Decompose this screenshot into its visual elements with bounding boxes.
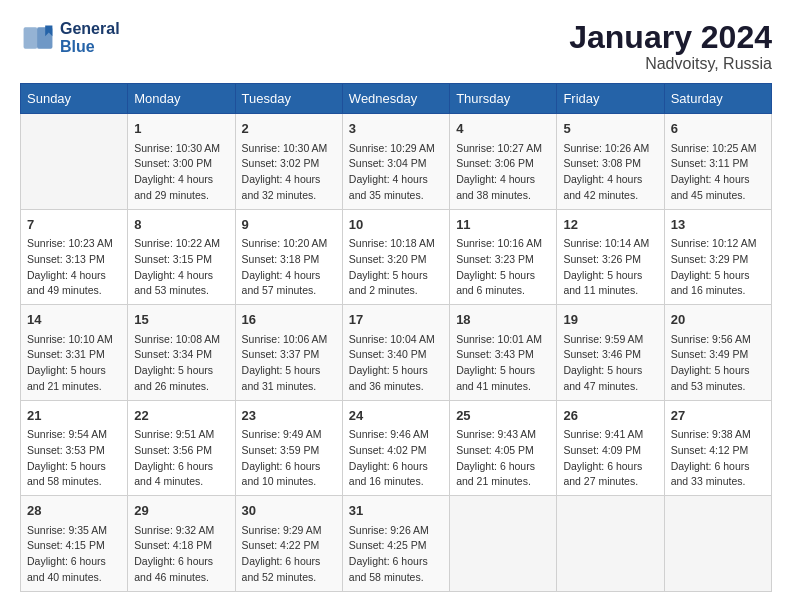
week-row-5: 28Sunrise: 9:35 AMSunset: 4:15 PMDayligh… — [21, 496, 772, 592]
day-info: Sunrise: 10:12 AMSunset: 3:29 PMDaylight… — [671, 236, 765, 299]
calendar-cell: 5Sunrise: 10:26 AMSunset: 3:08 PMDayligh… — [557, 114, 664, 210]
title-block: January 2024 Nadvoitsy, Russia — [569, 20, 772, 73]
calendar-cell: 22Sunrise: 9:51 AMSunset: 3:56 PMDayligh… — [128, 400, 235, 496]
day-number: 17 — [349, 310, 443, 330]
col-monday: Monday — [128, 84, 235, 114]
calendar-cell — [450, 496, 557, 592]
day-info: Sunrise: 9:32 AMSunset: 4:18 PMDaylight:… — [134, 523, 228, 586]
day-info: Sunrise: 9:38 AMSunset: 4:12 PMDaylight:… — [671, 427, 765, 490]
calendar-cell: 9Sunrise: 10:20 AMSunset: 3:18 PMDayligh… — [235, 209, 342, 305]
calendar-cell: 28Sunrise: 9:35 AMSunset: 4:15 PMDayligh… — [21, 496, 128, 592]
day-number: 10 — [349, 215, 443, 235]
day-number: 9 — [242, 215, 336, 235]
day-info: Sunrise: 10:20 AMSunset: 3:18 PMDaylight… — [242, 236, 336, 299]
week-row-1: 1Sunrise: 10:30 AMSunset: 3:00 PMDayligh… — [21, 114, 772, 210]
day-number: 11 — [456, 215, 550, 235]
day-info: Sunrise: 10:06 AMSunset: 3:37 PMDaylight… — [242, 332, 336, 395]
day-number: 16 — [242, 310, 336, 330]
day-info: Sunrise: 10:22 AMSunset: 3:15 PMDaylight… — [134, 236, 228, 299]
location: Nadvoitsy, Russia — [569, 55, 772, 73]
logo-icon — [20, 20, 56, 56]
day-number: 19 — [563, 310, 657, 330]
day-info: Sunrise: 10:14 AMSunset: 3:26 PMDaylight… — [563, 236, 657, 299]
calendar-cell: 7Sunrise: 10:23 AMSunset: 3:13 PMDayligh… — [21, 209, 128, 305]
day-number: 26 — [563, 406, 657, 426]
day-number: 18 — [456, 310, 550, 330]
calendar-cell: 24Sunrise: 9:46 AMSunset: 4:02 PMDayligh… — [342, 400, 449, 496]
day-number: 4 — [456, 119, 550, 139]
day-number: 8 — [134, 215, 228, 235]
calendar-cell: 25Sunrise: 9:43 AMSunset: 4:05 PMDayligh… — [450, 400, 557, 496]
day-info: Sunrise: 10:08 AMSunset: 3:34 PMDaylight… — [134, 332, 228, 395]
day-number: 29 — [134, 501, 228, 521]
col-thursday: Thursday — [450, 84, 557, 114]
calendar-cell: 27Sunrise: 9:38 AMSunset: 4:12 PMDayligh… — [664, 400, 771, 496]
day-info: Sunrise: 9:56 AMSunset: 3:49 PMDaylight:… — [671, 332, 765, 395]
day-number: 24 — [349, 406, 443, 426]
calendar-cell: 20Sunrise: 9:56 AMSunset: 3:49 PMDayligh… — [664, 305, 771, 401]
week-row-3: 14Sunrise: 10:10 AMSunset: 3:31 PMDaylig… — [21, 305, 772, 401]
day-info: Sunrise: 10:16 AMSunset: 3:23 PMDaylight… — [456, 236, 550, 299]
day-number: 25 — [456, 406, 550, 426]
day-info: Sunrise: 10:29 AMSunset: 3:04 PMDaylight… — [349, 141, 443, 204]
day-info: Sunrise: 10:04 AMSunset: 3:40 PMDaylight… — [349, 332, 443, 395]
calendar-cell: 13Sunrise: 10:12 AMSunset: 3:29 PMDaylig… — [664, 209, 771, 305]
day-info: Sunrise: 9:49 AMSunset: 3:59 PMDaylight:… — [242, 427, 336, 490]
calendar-table: Sunday Monday Tuesday Wednesday Thursday… — [20, 83, 772, 592]
day-number: 3 — [349, 119, 443, 139]
page-header: General Blue January 2024 Nadvoitsy, Rus… — [20, 20, 772, 73]
day-number: 23 — [242, 406, 336, 426]
day-number: 2 — [242, 119, 336, 139]
calendar-cell: 21Sunrise: 9:54 AMSunset: 3:53 PMDayligh… — [21, 400, 128, 496]
day-info: Sunrise: 9:51 AMSunset: 3:56 PMDaylight:… — [134, 427, 228, 490]
day-number: 5 — [563, 119, 657, 139]
day-info: Sunrise: 10:18 AMSunset: 3:20 PMDaylight… — [349, 236, 443, 299]
col-tuesday: Tuesday — [235, 84, 342, 114]
day-info: Sunrise: 9:41 AMSunset: 4:09 PMDaylight:… — [563, 427, 657, 490]
logo-text: General Blue — [60, 20, 120, 56]
calendar-cell: 11Sunrise: 10:16 AMSunset: 3:23 PMDaylig… — [450, 209, 557, 305]
calendar-cell: 3Sunrise: 10:29 AMSunset: 3:04 PMDayligh… — [342, 114, 449, 210]
calendar-cell: 18Sunrise: 10:01 AMSunset: 3:43 PMDaylig… — [450, 305, 557, 401]
day-info: Sunrise: 9:26 AMSunset: 4:25 PMDaylight:… — [349, 523, 443, 586]
day-info: Sunrise: 9:54 AMSunset: 3:53 PMDaylight:… — [27, 427, 121, 490]
day-number: 6 — [671, 119, 765, 139]
day-info: Sunrise: 10:25 AMSunset: 3:11 PMDaylight… — [671, 141, 765, 204]
day-info: Sunrise: 9:59 AMSunset: 3:46 PMDaylight:… — [563, 332, 657, 395]
calendar-cell: 26Sunrise: 9:41 AMSunset: 4:09 PMDayligh… — [557, 400, 664, 496]
col-friday: Friday — [557, 84, 664, 114]
day-number: 12 — [563, 215, 657, 235]
day-info: Sunrise: 9:46 AMSunset: 4:02 PMDaylight:… — [349, 427, 443, 490]
calendar-cell: 16Sunrise: 10:06 AMSunset: 3:37 PMDaylig… — [235, 305, 342, 401]
day-info: Sunrise: 10:26 AMSunset: 3:08 PMDaylight… — [563, 141, 657, 204]
calendar-cell: 14Sunrise: 10:10 AMSunset: 3:31 PMDaylig… — [21, 305, 128, 401]
day-number: 1 — [134, 119, 228, 139]
calendar-cell: 17Sunrise: 10:04 AMSunset: 3:40 PMDaylig… — [342, 305, 449, 401]
day-number: 21 — [27, 406, 121, 426]
week-row-4: 21Sunrise: 9:54 AMSunset: 3:53 PMDayligh… — [21, 400, 772, 496]
calendar-cell: 2Sunrise: 10:30 AMSunset: 3:02 PMDayligh… — [235, 114, 342, 210]
calendar-cell: 15Sunrise: 10:08 AMSunset: 3:34 PMDaylig… — [128, 305, 235, 401]
month-title: January 2024 — [569, 20, 772, 55]
day-number: 15 — [134, 310, 228, 330]
col-wednesday: Wednesday — [342, 84, 449, 114]
calendar-cell: 31Sunrise: 9:26 AMSunset: 4:25 PMDayligh… — [342, 496, 449, 592]
day-info: Sunrise: 9:29 AMSunset: 4:22 PMDaylight:… — [242, 523, 336, 586]
day-info: Sunrise: 10:30 AMSunset: 3:02 PMDaylight… — [242, 141, 336, 204]
calendar-cell: 8Sunrise: 10:22 AMSunset: 3:15 PMDayligh… — [128, 209, 235, 305]
day-info: Sunrise: 9:35 AMSunset: 4:15 PMDaylight:… — [27, 523, 121, 586]
calendar-cell — [664, 496, 771, 592]
day-number: 20 — [671, 310, 765, 330]
calendar-cell: 10Sunrise: 10:18 AMSunset: 3:20 PMDaylig… — [342, 209, 449, 305]
day-number: 31 — [349, 501, 443, 521]
col-sunday: Sunday — [21, 84, 128, 114]
calendar-cell — [21, 114, 128, 210]
day-number: 14 — [27, 310, 121, 330]
calendar-cell: 19Sunrise: 9:59 AMSunset: 3:46 PMDayligh… — [557, 305, 664, 401]
day-number: 30 — [242, 501, 336, 521]
svg-rect-2 — [24, 27, 37, 49]
calendar-cell: 4Sunrise: 10:27 AMSunset: 3:06 PMDayligh… — [450, 114, 557, 210]
day-number: 27 — [671, 406, 765, 426]
calendar-cell: 23Sunrise: 9:49 AMSunset: 3:59 PMDayligh… — [235, 400, 342, 496]
day-number: 22 — [134, 406, 228, 426]
